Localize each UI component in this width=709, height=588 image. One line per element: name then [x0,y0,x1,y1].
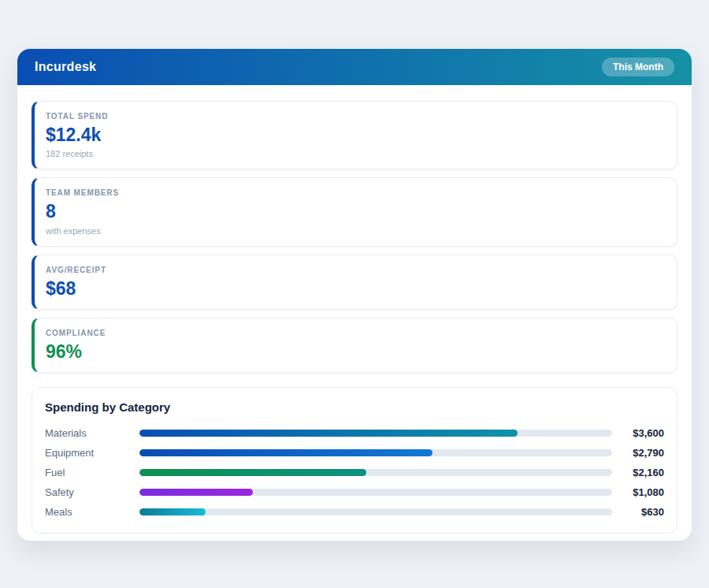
chart-category-label: Equipment [45,447,139,459]
stat-value: 8 [46,202,664,221]
chart-bar-fill [139,430,518,437]
chart-bar-track [139,508,612,515]
app-header: Incurdesk This Month [17,49,692,85]
stat-card-total-spend: TOTAL SPEND$12.4k182 receipts [32,101,677,169]
stat-card-avg-receipt: AVG/RECEIPT$68 [32,255,677,310]
chart-bar-fill [139,489,253,496]
period-badge[interactable]: This Month [602,58,674,76]
dashboard-panel: Incurdesk This Month TOTAL SPEND$12.4k18… [17,49,692,541]
chart-bar-track [139,449,612,456]
chart-rows: Materials$3,600Equipment$2,790Fuel$2,160… [45,423,664,522]
chart-category-label: Materials [45,427,139,439]
stat-value: $68 [46,279,664,299]
chart-row-meals: Meals$630 [45,502,664,522]
chart-value-label: $2,160 [612,467,664,478]
chart-bar-track [139,430,612,437]
chart-value-label: $3,600 [612,427,664,439]
app-title: Incurdesk [35,60,96,74]
chart-bar-fill [139,449,432,456]
chart-row-materials: Materials$3,600 [45,423,664,443]
chart-category-label: Safety [45,486,139,498]
chart-row-safety: Safety$1,080 [45,482,664,502]
spending-chart-card: Spending by Category Materials$3,600Equi… [32,387,677,534]
stat-label: TEAM MEMBERS [46,188,664,197]
chart-bar-track [139,469,612,476]
chart-category-label: Fuel [45,467,139,478]
chart-value-label: $630 [612,506,664,518]
chart-title: Spending by Category [45,400,664,414]
stat-value: $12.4k [46,125,664,145]
chart-value-label: $2,790 [612,447,664,459]
chart-bar-fill [139,508,206,515]
chart-row-equipment: Equipment$2,790 [45,443,664,463]
stat-card-team-members: TEAM MEMBERS8with expenses [32,177,677,246]
chart-row-fuel: Fuel$2,160 [45,463,664,482]
chart-value-label: $1,080 [612,486,664,498]
dashboard-body: TOTAL SPEND$12.4k182 receiptsTEAM MEMBER… [17,85,692,541]
stat-card-compliance: COMPLIANCE96% [32,318,677,373]
stat-label: TOTAL SPEND [46,112,664,121]
stat-value: 96% [46,342,664,362]
stat-label: COMPLIANCE [46,329,664,337]
stat-subtext: with expenses [46,226,664,236]
stats-list: TOTAL SPEND$12.4k182 receiptsTEAM MEMBER… [32,101,677,373]
stat-label: AVG/RECEIPT [46,266,664,274]
chart-category-label: Meals [45,506,139,518]
stat-subtext: 182 receipts [46,149,664,158]
chart-bar-fill [139,469,366,476]
chart-bar-track [139,489,612,496]
